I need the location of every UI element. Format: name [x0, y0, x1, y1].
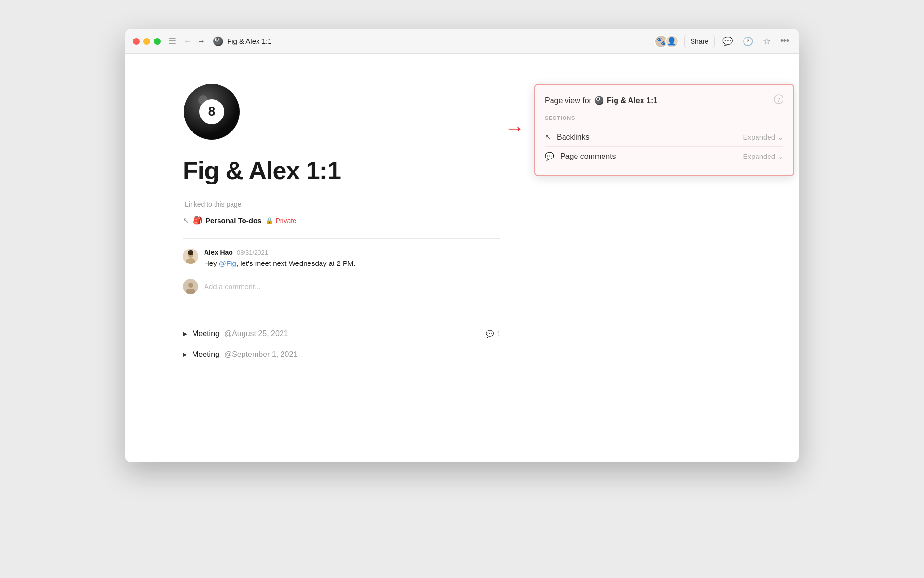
page-title-label: Fig & Alex 1:1: [227, 37, 272, 45]
comment-date: 08/31/2021: [237, 249, 268, 256]
titlebar: ☰ ← → 🎱 Fig & Alex 1:1 🐾 👤 Share 💬 🕐 ☆ •…: [125, 29, 799, 54]
comment-meta: Alex Hao 08/31/2021: [204, 249, 500, 256]
add-comment-row: Add a comment...: [183, 279, 500, 294]
avatar-group: 🐾 👤: [654, 35, 679, 48]
meeting-item-1-left: ▶ Meeting @August 25, 2021: [183, 329, 288, 338]
star-icon[interactable]: ☆: [761, 34, 772, 49]
share-button[interactable]: Share: [684, 35, 715, 48]
add-comment-input[interactable]: Add a comment...: [204, 282, 500, 290]
popup-page-emoji: 🎱: [594, 96, 604, 105]
backlinks-section-icon: ↖: [545, 132, 551, 142]
history-icon[interactable]: 🕐: [741, 34, 755, 49]
nav-arrows: ← →: [182, 35, 207, 48]
private-label: Private: [275, 217, 296, 224]
backlinks-value[interactable]: Expanded ⌄: [743, 133, 783, 142]
svg-point-7: [188, 250, 193, 255]
page-header-icon: 8: [183, 83, 241, 141]
page-comments-chevron: ⌄: [777, 152, 783, 161]
comment-avatar: [183, 249, 198, 264]
page-comments-value[interactable]: Expanded ⌄: [743, 152, 783, 161]
popup-overlay: Page view for 🎱 Fig & Alex 1:1 ? SECTION…: [529, 79, 799, 181]
comment-count-1: 1: [497, 330, 500, 338]
mention: @Fig: [219, 259, 236, 267]
popup-page-name: Fig & Alex 1:1: [607, 96, 657, 105]
popup-title-prefix: Page view for: [545, 96, 591, 105]
page-icon-title: 🎱 Fig & Alex 1:1: [213, 36, 272, 47]
titlebar-right: 🐾 👤 Share 💬 🕐 ☆ •••: [654, 34, 791, 49]
svg-point-3: [198, 95, 208, 105]
app-window: ☰ ← → 🎱 Fig & Alex 1:1 🐾 👤 Share 💬 🕐 ☆ •…: [125, 29, 799, 462]
eight-ball-svg: 8: [183, 83, 241, 141]
page-comments-section-icon: 💬: [545, 152, 554, 161]
private-badge: 🔒 Private: [265, 217, 296, 224]
popup-page-comments-row: 💬 Page comments Expanded ⌄: [545, 146, 783, 166]
forward-button[interactable]: →: [195, 35, 207, 48]
avatar-alex: 👤: [665, 35, 679, 48]
content-area: 8 Fig & Alex 1:1 Linked to this page ↖ 🎒: [125, 54, 799, 462]
hamburger-icon[interactable]: ☰: [168, 36, 176, 47]
linked-section: Linked to this page ↖ 🎒 Personal To-dos …: [183, 200, 500, 227]
lock-icon: 🔒: [265, 217, 273, 224]
backlink-name[interactable]: Personal To-dos: [205, 216, 261, 224]
divider-2: [183, 304, 500, 304]
help-icon[interactable]: ?: [774, 94, 783, 106]
traffic-lights: [133, 38, 161, 45]
linked-label: Linked to this page: [183, 200, 500, 208]
page-comments-value-text: Expanded: [743, 152, 775, 160]
meeting-item-2[interactable]: ▶ Meeting @September 1, 2021: [183, 344, 500, 365]
triangle-icon-2: ▶: [183, 351, 187, 358]
meeting-item-1[interactable]: ▶ Meeting @August 25, 2021 💬 1: [183, 324, 500, 344]
maximize-button[interactable]: [154, 38, 161, 45]
divider-1: [183, 238, 500, 239]
comment-author: Alex Hao: [204, 249, 233, 256]
backlink-emoji: 🎒: [193, 216, 203, 225]
more-icon[interactable]: •••: [778, 34, 791, 48]
meeting-name-2: Meeting: [192, 350, 219, 359]
backlink-arrow-icon: ↖: [183, 216, 189, 225]
meeting-item-2-left: ▶ Meeting @September 1, 2021: [183, 350, 297, 359]
svg-text:?: ?: [777, 96, 780, 103]
backlinks-value-text: Expanded: [743, 133, 775, 141]
backlink-item[interactable]: 🎒 Personal To-dos: [193, 216, 261, 225]
triangle-icon-1: ▶: [183, 330, 187, 337]
comment-bubble-icon-1: 💬: [486, 330, 494, 338]
meeting-date-2: @September 1, 2021: [224, 350, 297, 359]
svg-text:8: 8: [208, 104, 215, 118]
page-comments-label: Page comments: [560, 152, 616, 161]
popup-panel: Page view for 🎱 Fig & Alex 1:1 ? SECTION…: [534, 84, 794, 176]
popup-title: Page view for 🎱 Fig & Alex 1:1: [545, 96, 657, 105]
comment-thread: Alex Hao 08/31/2021 Hey @Fig, let's meet…: [183, 249, 500, 269]
meeting-name-1: Meeting: [192, 329, 219, 338]
page-list: ▶ Meeting @August 25, 2021 💬 1 ▶ Meeting: [183, 324, 500, 365]
backlink-row: ↖ 🎒 Personal To-dos 🔒 Private: [183, 214, 500, 227]
red-arrow-indicator: →: [504, 117, 525, 140]
meeting-comment-count-1: 💬 1: [486, 330, 500, 338]
popup-backlinks-row: ↖ Backlinks Expanded ⌄: [545, 128, 783, 146]
meeting-date-1: @August 25, 2021: [224, 329, 288, 338]
page-main-title: Fig & Alex 1:1: [183, 156, 500, 185]
page-emoji: 🎱: [213, 36, 223, 47]
minimize-button[interactable]: [143, 38, 150, 45]
backlinks-chevron: ⌄: [777, 133, 783, 142]
popup-page-comments-left: 💬 Page comments: [545, 152, 616, 161]
comment-icon[interactable]: 💬: [720, 34, 735, 49]
sections-label: SECTIONS: [545, 115, 783, 121]
comment-item: Alex Hao 08/31/2021 Hey @Fig, let's meet…: [183, 249, 500, 269]
back-button[interactable]: ←: [182, 35, 193, 48]
current-user-avatar: [183, 279, 198, 294]
close-button[interactable]: [133, 38, 140, 45]
comment-body: Alex Hao 08/31/2021 Hey @Fig, let's meet…: [204, 249, 500, 269]
backlinks-label: Backlinks: [557, 133, 590, 142]
popup-backlinks-left: ↖ Backlinks: [545, 132, 590, 142]
comment-text: Hey @Fig, let's meet next Wednesday at 2…: [204, 258, 500, 269]
popup-header: Page view for 🎱 Fig & Alex 1:1 ?: [545, 94, 783, 106]
main-content: 8 Fig & Alex 1:1 Linked to this page ↖ 🎒: [125, 54, 558, 462]
svg-point-9: [188, 283, 193, 288]
